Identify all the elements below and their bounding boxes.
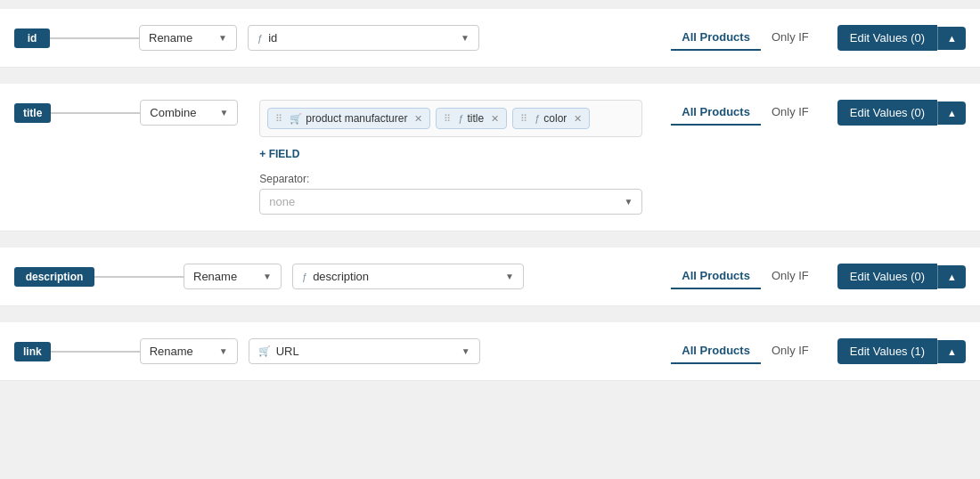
action-group-link: Edit Values (1) ▲ bbox=[837, 338, 966, 364]
action-group-id: Edit Values (0) ▲ bbox=[837, 25, 966, 51]
drag-handle-icon: ⠿ bbox=[520, 113, 527, 125]
edit-values-btn-description[interactable]: Edit Values (0) bbox=[837, 264, 937, 289]
tag-product-manufacturer: ⠿ 🛒 product manufacturer ✕ bbox=[267, 108, 430, 129]
tab-all-products-id[interactable]: All Products bbox=[671, 25, 761, 51]
rename-label-link: Rename bbox=[150, 345, 193, 358]
edit-values-btn-title[interactable]: Edit Values (0) bbox=[837, 100, 937, 126]
separator-dropdown[interactable]: none ▼ bbox=[259, 189, 642, 215]
cart-icon: 🛒 bbox=[290, 113, 302, 125]
spacer-1 bbox=[0, 75, 980, 84]
tab-only-if-description[interactable]: Only IF bbox=[761, 264, 820, 289]
tabs-section-id: All Products Only IF bbox=[671, 25, 819, 51]
edit-values-btn-link[interactable]: Edit Values (1) bbox=[837, 338, 937, 364]
rename-label-id: Rename bbox=[149, 31, 192, 45]
chevron-down-icon: ▼ bbox=[219, 346, 228, 356]
tab-only-if-link[interactable]: Only IF bbox=[761, 338, 820, 364]
value-dropdown-description[interactable]: ƒ description ▼ bbox=[292, 264, 524, 289]
combine-label-title: Combine bbox=[150, 106, 196, 119]
rename-dropdown-link[interactable]: Rename ▼ bbox=[140, 338, 238, 364]
expand-btn-title[interactable]: ▲ bbox=[937, 101, 966, 125]
separator-value: none bbox=[269, 195, 295, 208]
field-icon: ƒ bbox=[458, 113, 463, 124]
tabs-section-description: All Products Only IF bbox=[671, 264, 819, 289]
value-select-link[interactable]: 🛒 URL ▼ bbox=[249, 338, 480, 364]
tab-only-if-title[interactable]: Only IF bbox=[761, 100, 820, 126]
cart-icon: 🛒 bbox=[258, 345, 271, 357]
spacer-2 bbox=[0, 239, 980, 248]
combine-middle-section: ⠿ 🛒 product manufacturer ✕ ⠿ ƒ title ✕ ⠿… bbox=[249, 100, 653, 215]
action-group-title: Edit Values (0) ▲ bbox=[837, 100, 966, 126]
field-icon: ƒ bbox=[535, 113, 540, 124]
value-label-link: URL bbox=[276, 345, 299, 358]
connector-description bbox=[94, 276, 184, 278]
page-wrapper: id Rename ▼ ƒ id ▼ All Products Only IF … bbox=[0, 0, 980, 479]
tab-all-products-link[interactable]: All Products bbox=[671, 338, 761, 364]
drag-handle-icon: ⠿ bbox=[275, 113, 282, 125]
tab-all-products-description[interactable]: All Products bbox=[671, 264, 761, 289]
tab-only-if-id[interactable]: Only IF bbox=[761, 25, 820, 51]
separator-select[interactable]: none ▼ bbox=[259, 189, 642, 215]
row-id: id Rename ▼ ƒ id ▼ All Products Only IF … bbox=[0, 9, 980, 68]
tabs-section-title: All Products Only IF bbox=[671, 100, 819, 126]
field-icon: ƒ bbox=[257, 33, 263, 44]
combine-dropdown-title[interactable]: Combine ▼ bbox=[140, 100, 238, 126]
remove-tag-product-manufacturer[interactable]: ✕ bbox=[414, 113, 422, 125]
value-dropdown-link[interactable]: 🛒 URL ▼ bbox=[249, 338, 480, 364]
row-description: description Rename ▼ ƒ description ▼ All… bbox=[0, 248, 980, 306]
tag-label-title: title bbox=[468, 112, 485, 125]
rename-dropdown-description[interactable]: Rename ▼ bbox=[184, 264, 282, 289]
tabs-section-link: All Products Only IF bbox=[671, 338, 819, 364]
row-title: title Combine ▼ ⠿ 🛒 product manufacturer… bbox=[0, 84, 980, 231]
row-link: link Rename ▼ 🛒 URL ▼ All Products Only … bbox=[0, 322, 980, 381]
add-field-button[interactable]: + FIELD bbox=[259, 144, 299, 164]
spacer-3 bbox=[0, 313, 980, 322]
value-dropdown-id[interactable]: ƒ id ▼ bbox=[248, 25, 479, 51]
combine-fields-container: ⠿ 🛒 product manufacturer ✕ ⠿ ƒ title ✕ ⠿… bbox=[259, 100, 642, 137]
field-label-link: link bbox=[14, 342, 51, 361]
field-label-description: description bbox=[14, 267, 94, 287]
tag-color: ⠿ ƒ color ✕ bbox=[512, 108, 590, 129]
drag-handle-icon: ⠿ bbox=[444, 113, 451, 125]
value-label-description: description bbox=[313, 270, 369, 283]
chevron-down-icon: ▼ bbox=[461, 33, 470, 43]
tag-label-color: color bbox=[543, 112, 567, 125]
expand-btn-id[interactable]: ▲ bbox=[937, 27, 966, 50]
tag-title: ⠿ ƒ title ✕ bbox=[436, 108, 507, 129]
field-icon: ƒ bbox=[302, 272, 307, 282]
chevron-down-icon: ▼ bbox=[263, 272, 272, 281]
value-select-id[interactable]: ƒ id ▼ bbox=[248, 25, 479, 51]
transform-select-id[interactable]: Rename ▼ bbox=[139, 25, 237, 51]
transform-select-link[interactable]: Rename ▼ bbox=[140, 338, 238, 364]
chevron-down-icon: ▼ bbox=[624, 197, 633, 207]
separator-section: Separator: none ▼ bbox=[259, 173, 642, 215]
rename-dropdown-id[interactable]: Rename ▼ bbox=[139, 25, 237, 51]
field-label-title: title bbox=[14, 103, 51, 123]
rename-label-description: Rename bbox=[193, 270, 237, 283]
chevron-down-icon: ▼ bbox=[505, 272, 514, 281]
expand-btn-link[interactable]: ▲ bbox=[937, 340, 966, 363]
tag-label-product-manufacturer: product manufacturer bbox=[306, 112, 407, 125]
connector-title bbox=[51, 112, 140, 114]
tab-all-products-title[interactable]: All Products bbox=[671, 100, 761, 126]
separator-label: Separator: bbox=[259, 173, 642, 185]
remove-tag-title[interactable]: ✕ bbox=[491, 113, 499, 125]
value-select-description[interactable]: ƒ description ▼ bbox=[292, 264, 524, 289]
connector-id bbox=[50, 37, 139, 39]
chevron-down-icon: ▼ bbox=[461, 346, 470, 356]
remove-tag-color[interactable]: ✕ bbox=[574, 113, 582, 125]
connector-link bbox=[51, 351, 140, 353]
value-label-id: id bbox=[268, 31, 277, 45]
field-label-id: id bbox=[14, 28, 50, 48]
expand-btn-description[interactable]: ▲ bbox=[937, 265, 966, 288]
chevron-down-icon: ▼ bbox=[218, 33, 227, 43]
chevron-down-icon: ▼ bbox=[219, 108, 228, 118]
transform-select-description[interactable]: Rename ▼ bbox=[184, 264, 282, 289]
action-group-description: Edit Values (0) ▲ bbox=[837, 264, 966, 289]
transform-select-title[interactable]: Combine ▼ bbox=[140, 100, 238, 126]
edit-values-btn-id[interactable]: Edit Values (0) bbox=[837, 25, 937, 51]
